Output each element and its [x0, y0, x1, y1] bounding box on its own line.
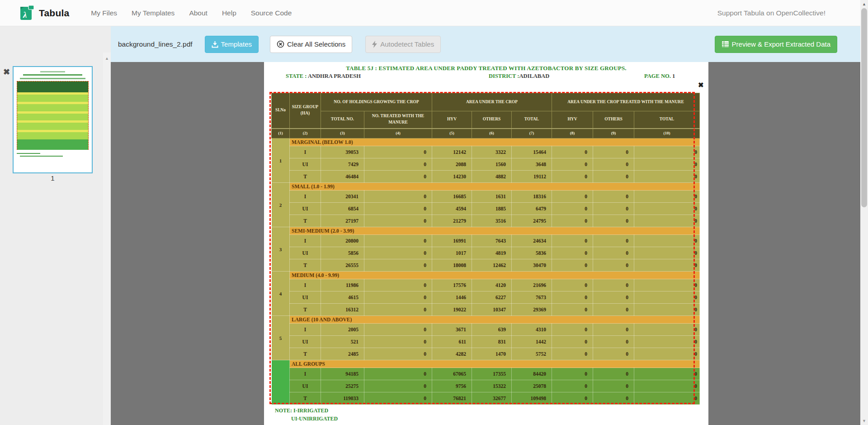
- state-label: STATE :: [286, 73, 307, 79]
- pageno-value: 1: [672, 73, 675, 79]
- district-value: ADILABAD: [519, 73, 550, 79]
- thumb-table-rows: [17, 92, 88, 139]
- tabula-logo-icon: λ: [20, 3, 34, 23]
- pdf-table-title: TABLE 5J : ESTIMATED AREA UNDER PADDY TR…: [264, 65, 708, 72]
- scroll-up-icon[interactable]: ▲: [860, 2, 868, 6]
- autodetect-tables-button: Autodetect Tables: [365, 36, 441, 53]
- nav-help[interactable]: Help: [222, 9, 236, 17]
- pdf-note-line1: NOTE: I-IRRIGATED: [275, 407, 328, 414]
- page-thumbnail[interactable]: [13, 66, 93, 173]
- page-sidebar: ✖ 1 ▲ ▼: [0, 26, 111, 425]
- top-navbar: λ Tabula My Files My Templates About Hel…: [0, 0, 860, 26]
- templates-button[interactable]: Templates: [205, 36, 259, 53]
- scroll-down-icon[interactable]: ▼: [860, 419, 868, 423]
- window-scrollbar[interactable]: ▲ ▼: [860, 0, 868, 425]
- thumb-title-line: [23, 74, 82, 76]
- brand-link[interactable]: λ Tabula: [20, 3, 69, 23]
- scroll-up-icon[interactable]: ▲: [103, 56, 111, 61]
- nav-my-templates[interactable]: My Templates: [132, 9, 175, 17]
- pdf-pageno-line: PAGE NO. 1: [644, 73, 675, 80]
- document-toolbar: background_lines_2.pdf Templates Clear A…: [111, 26, 860, 62]
- pageno-label: PAGE NO.: [644, 73, 671, 79]
- clear-all-selections-button[interactable]: Clear All Selections: [270, 36, 352, 53]
- thumb-note-line: [17, 153, 40, 154]
- nav-about[interactable]: About: [189, 9, 208, 17]
- thumb-note-line: [20, 156, 63, 157]
- thumb-meta-line: [20, 78, 85, 79]
- autodetect-tables-label: Autodetect Tables: [380, 40, 434, 48]
- clear-all-selections-label: Clear All Selections: [287, 40, 345, 48]
- preview-export-button[interactable]: Preview & Export Extracted Data: [715, 36, 837, 53]
- remove-page-icon[interactable]: ✖: [3, 68, 10, 76]
- table-selection-box[interactable]: [269, 92, 695, 404]
- svg-text:λ: λ: [23, 10, 27, 19]
- preview-export-label: Preview & Export Extracted Data: [732, 40, 830, 48]
- pdf-district-line: DISTRICT :ADILABAD: [489, 73, 549, 80]
- district-label: DISTRICT :: [489, 73, 519, 79]
- thumb-title-line: [40, 71, 65, 72]
- document-filename: background_lines_2.pdf: [118, 40, 193, 48]
- lightning-icon: [372, 41, 377, 48]
- nav-source-code[interactable]: Source Code: [251, 9, 292, 17]
- templates-label: Templates: [221, 40, 252, 48]
- import-template-icon: [212, 41, 218, 48]
- thumb-table-selection: [17, 81, 89, 150]
- thumb-table-footer: [17, 139, 88, 150]
- pdf-page[interactable]: TABLE 5J : ESTIMATED AREA UNDER PADDY TR…: [264, 62, 708, 425]
- thumb-table-header: [17, 81, 88, 92]
- selection-close-icon[interactable]: ✖: [698, 81, 704, 89]
- table-list-icon: [722, 41, 729, 48]
- state-value: ANDHRA PRADESH: [308, 73, 361, 79]
- page-number-label: 1: [13, 174, 93, 182]
- pdf-state-line: STATE : ANDHRA PRADESH: [286, 73, 361, 80]
- scrollbar-thumb[interactable]: [861, 8, 867, 207]
- clear-circle-x-icon: [277, 40, 284, 48]
- nav-my-files[interactable]: My Files: [91, 9, 117, 17]
- brand-title: Tabula: [39, 8, 69, 19]
- sidebar-scrollbar[interactable]: ▲ ▼: [103, 53, 111, 425]
- pdf-note-line2: UI-UNIRRIGATED: [291, 415, 338, 422]
- support-link[interactable]: Support Tabula on OpenCollective!: [717, 9, 826, 17]
- nav-links: My Files My Templates About Help Source …: [84, 9, 299, 17]
